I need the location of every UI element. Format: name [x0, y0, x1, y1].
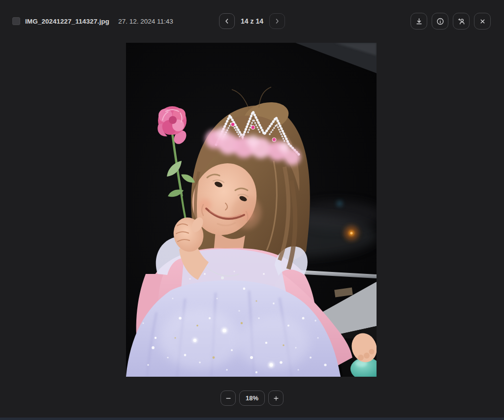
photo-navigation: 14 z 14 — [219, 13, 285, 29]
chevron-right-icon — [273, 17, 281, 25]
photo-illustration — [126, 43, 377, 377]
next-button[interactable] — [269, 13, 285, 29]
chevron-left-icon — [223, 17, 231, 25]
bottom-strip — [0, 418, 504, 420]
date-label: 27. 12. 2024 11:43 — [118, 18, 173, 25]
minus-icon — [224, 395, 231, 402]
plus-icon — [273, 395, 280, 402]
position-indicator: 14 z 14 — [239, 17, 265, 25]
action-buttons — [410, 13, 491, 30]
zoom-out-button[interactable] — [220, 390, 236, 406]
topbar-left: IMG_20241227_114327.jpg 27. 12. 2024 11:… — [12, 13, 173, 29]
close-icon — [479, 18, 486, 25]
download-icon — [415, 17, 423, 26]
download-button[interactable] — [410, 13, 427, 30]
info-button[interactable] — [432, 13, 448, 30]
close-button[interactable] — [474, 13, 491, 30]
zoom-controls: 18% — [220, 390, 284, 406]
info-icon — [436, 17, 444, 26]
add-person-button[interactable] — [453, 13, 470, 30]
prev-button[interactable] — [219, 13, 235, 29]
add-person-icon — [457, 17, 466, 26]
zoom-in-button[interactable] — [268, 390, 284, 406]
zoom-level-button[interactable]: 18% — [239, 390, 265, 406]
filename-label: IMG_20241227_114327.jpg — [25, 18, 109, 25]
select-checkbox[interactable] — [12, 17, 20, 25]
photo-stage[interactable] — [126, 43, 377, 377]
